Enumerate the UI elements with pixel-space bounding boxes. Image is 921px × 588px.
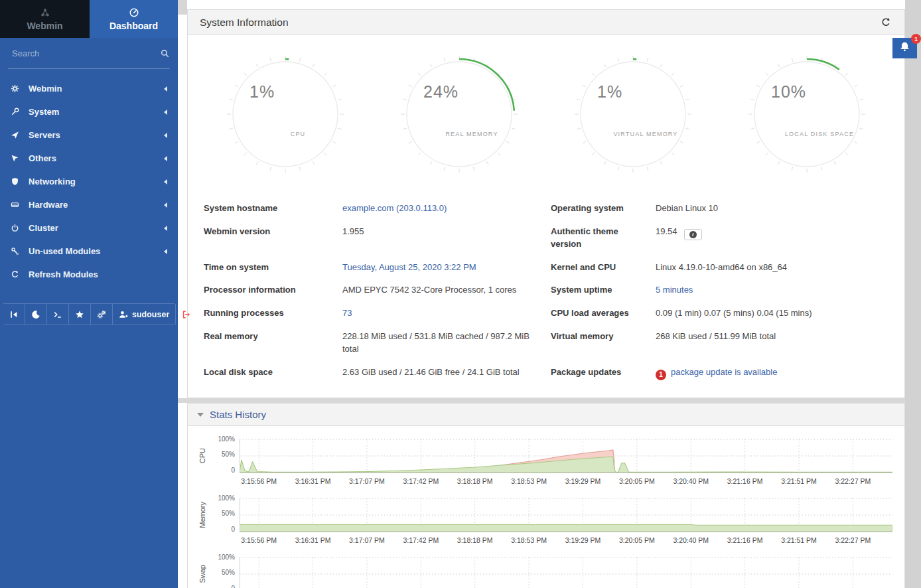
- caret-left-icon: [164, 156, 167, 161]
- chart-memory: Memory 100% 50% 0 3:15:56 PM3:16:31 PM3:…: [194, 497, 892, 548]
- sidebar-item-label: Cluster: [29, 223, 58, 233]
- theme-info-button[interactable]: i: [684, 229, 702, 240]
- page-background-notch: [178, 0, 187, 15]
- sidebar-item-webmin[interactable]: Webmin: [0, 77, 178, 100]
- sidebar-item-un-used-modules[interactable]: Un-used Modules: [0, 240, 178, 263]
- x-tick: 3:20:40 PM: [673, 536, 709, 544]
- sidebar-item-hardware[interactable]: Hardware: [0, 193, 178, 216]
- info-value-cell: AMD EPYC 7542 32-Core Processor, 1 cores: [342, 279, 551, 302]
- tab-dashboard[interactable]: Dashboard: [90, 0, 178, 38]
- tab-webmin[interactable]: Webmin: [0, 0, 90, 38]
- x-axis: 3:15:56 PM3:16:31 PM3:17:07 PM3:17:42 PM…: [240, 534, 892, 548]
- gauge-local-disk-space: 10% LOCAL DISK SPACE: [746, 54, 867, 175]
- x-tick: 3:17:07 PM: [349, 536, 385, 544]
- sidebar-item-system[interactable]: System: [0, 100, 178, 123]
- shield-icon: [11, 177, 29, 186]
- search-icon[interactable]: [160, 48, 170, 58]
- info-value-link[interactable]: package update is available: [671, 367, 777, 377]
- x-tick: 3:17:07 PM: [349, 477, 385, 485]
- info-value-link[interactable]: Tuesday, August 25, 2020 3:22 PM: [342, 262, 476, 272]
- svg-text:1%: 1%: [597, 82, 622, 101]
- wrench-icon: [11, 108, 29, 116]
- info-label: Running processes: [204, 302, 342, 325]
- sidebar-item-label: Others: [29, 153, 56, 163]
- sidebar-item-label: Networking: [29, 177, 76, 186]
- info-value-link[interactable]: 5 minutes: [656, 285, 693, 295]
- info-value-cell: 228.18 MiB used / 531.8 MiB cached / 987…: [342, 325, 551, 361]
- settings-button[interactable]: [91, 304, 113, 325]
- user-button[interactable]: sudouser: [113, 304, 176, 325]
- info-label: Real memory: [204, 325, 342, 361]
- logout-button[interactable]: [176, 304, 197, 325]
- x-tick: 3:15:56 PM: [241, 477, 277, 485]
- refresh-button[interactable]: [879, 16, 892, 29]
- sidebar-item-refresh-modules[interactable]: Refresh Modules: [0, 263, 178, 286]
- webmin-logo-icon: [40, 7, 50, 18]
- x-tick: 3:17:42 PM: [403, 536, 439, 544]
- y-tick: 50%: [222, 510, 235, 517]
- y-tick: 100%: [218, 494, 235, 502]
- update-count-badge: 1: [656, 370, 666, 380]
- night-mode-button[interactable]: [25, 304, 47, 325]
- y-tick: 50%: [222, 569, 235, 576]
- x-tick: 3:15:56 PM: [241, 536, 277, 544]
- info-label: CPU load averages: [551, 302, 656, 325]
- svg-text:1%: 1%: [249, 82, 275, 101]
- info-value-cell: Debian Linux 10: [656, 197, 888, 220]
- info-label: Operating system: [551, 197, 656, 220]
- scrollbar[interactable]: [905, 0, 921, 588]
- tab-webmin-label: Webmin: [27, 21, 62, 31]
- chart-swap: Swap 100% 50% 0 3:15:56 PM3:16:31 PM3:17…: [194, 556, 892, 588]
- info-value: 228.18 MiB used / 531.8 MiB cached / 987…: [342, 331, 530, 354]
- caret-left-icon: [164, 110, 167, 115]
- stats-history-title: Stats History: [210, 409, 266, 420]
- chevron-down-icon: [197, 413, 204, 417]
- info-icon: i: [689, 231, 697, 238]
- x-tick: 3:21:51 PM: [781, 477, 817, 485]
- favorites-button[interactable]: [69, 304, 91, 325]
- info-value-link[interactable]: 73: [342, 308, 352, 318]
- caret-left-icon: [164, 202, 167, 208]
- info-value-cell: example.com (203.0.113.0): [342, 197, 551, 220]
- y-tick: 0: [231, 585, 235, 588]
- sidebar-item-cluster[interactable]: Cluster: [0, 216, 178, 240]
- star-icon: [75, 310, 84, 319]
- svg-text:24%: 24%: [423, 82, 459, 101]
- gear-icon: [11, 84, 29, 93]
- chart-plot-area: 3:15:56 PM3:16:31 PM3:17:07 PM3:17:42 PM…: [240, 438, 892, 488]
- info-value: AMD EPYC 7542 32-Core Processor, 1 cores: [342, 285, 516, 295]
- terminal-button[interactable]: [47, 304, 69, 325]
- notifications-button[interactable]: 1: [892, 38, 917, 58]
- sidebar-menu: WebminSystemServersOthersNetworkingHardw…: [0, 69, 178, 286]
- info-value-cell: 268 KiB used / 511.99 MiB total: [656, 325, 888, 361]
- tachometer-icon: [129, 7, 139, 18]
- info-value-cell: 0.09 (1 min) 0.07 (5 mins) 0.04 (15 mins…: [656, 302, 888, 325]
- info-label: Processor information: [204, 279, 342, 302]
- info-value-link[interactable]: example.com (203.0.113.0): [342, 203, 447, 213]
- x-tick: 3:22:27 PM: [835, 536, 871, 544]
- gauge-virtual-memory: 1% VIRTUAL MEMORY: [573, 54, 693, 175]
- user-plus-icon: [119, 310, 128, 319]
- collapse-sidebar-button[interactable]: [3, 304, 25, 325]
- info-label: Webmin version: [204, 220, 342, 256]
- x-tick: 3:18:18 PM: [457, 536, 493, 544]
- sidebar-item-networking[interactable]: Networking: [0, 170, 178, 193]
- y-axis: 100% 50% 0: [210, 438, 240, 473]
- x-tick: 3:20:40 PM: [673, 477, 709, 485]
- search-input[interactable]: [8, 48, 160, 58]
- username-label: sudouser: [132, 310, 169, 319]
- sidebar-item-servers[interactable]: Servers: [0, 123, 178, 147]
- info-value-cell: 2.63 GiB used / 21.46 GiB free / 24.1 Gi…: [342, 361, 551, 386]
- stats-charts: CPU 100% 50% 0 3:15:56 PM3:16:31 PM3:17:…: [188, 426, 904, 588]
- y-tick: 0: [231, 526, 235, 533]
- sidebar-item-label: Hardware: [29, 200, 68, 210]
- location-arrow-icon: [11, 154, 29, 163]
- sidebar-search: [8, 38, 170, 69]
- info-value: Linux 4.19.0-10-amd64 on x86_64: [656, 262, 787, 272]
- stats-history-header[interactable]: Stats History: [188, 404, 904, 426]
- y-tick: 100%: [218, 435, 235, 443]
- caret-left-icon: [164, 226, 167, 231]
- info-value-cell: 1.955: [342, 220, 551, 256]
- sidebar-item-others[interactable]: Others: [0, 147, 178, 170]
- sidebar-item-label: Un-used Modules: [29, 246, 100, 256]
